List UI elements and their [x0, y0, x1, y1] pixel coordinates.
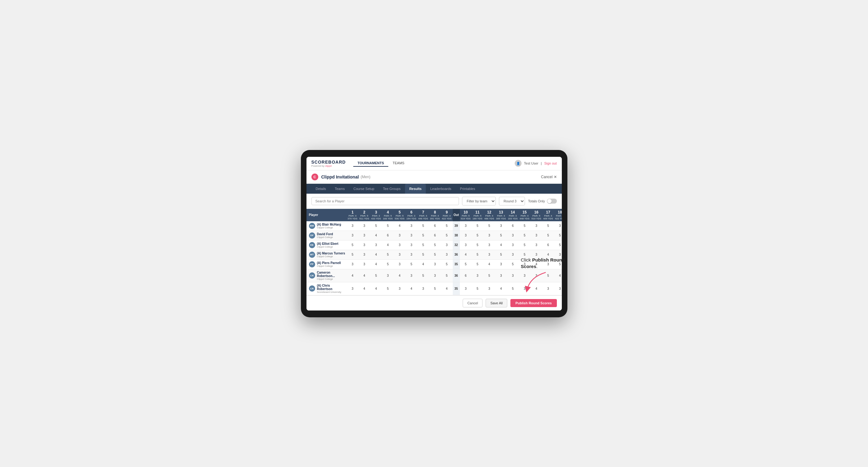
score-hole-14[interactable]: 6 — [507, 221, 519, 231]
score-hole-12[interactable]: 4 — [484, 259, 495, 269]
score-hole-14[interactable]: 5 — [507, 259, 519, 269]
score-hole-7[interactable]: 5 — [417, 269, 429, 282]
tab-results[interactable]: Results — [405, 184, 426, 194]
score-hole-6[interactable]: 3 — [406, 221, 417, 231]
score-hole-11[interactable]: 5 — [472, 221, 484, 231]
score-hole-17[interactable]: 5 — [542, 230, 554, 240]
score-hole-3[interactable]: 5 — [370, 269, 382, 282]
score-hole-7[interactable]: 5 — [417, 240, 429, 250]
score-hole-12[interactable]: 3 — [484, 240, 495, 250]
tab-course-setup[interactable]: Course Setup — [349, 184, 379, 194]
score-hole-14[interactable]: 3 — [507, 250, 519, 259]
tab-leaderboards[interactable]: Leaderboards — [426, 184, 456, 194]
score-hole-9[interactable]: 4 — [441, 282, 453, 295]
score-hole-4[interactable]: 3 — [382, 269, 394, 282]
score-hole-12[interactable]: 5 — [484, 269, 495, 282]
score-hole-9[interactable]: 5 — [441, 259, 453, 269]
score-hole-1[interactable]: 4 — [347, 269, 359, 282]
score-hole-3[interactable]: 4 — [370, 230, 382, 240]
score-hole-6[interactable]: 4 — [406, 282, 417, 295]
score-hole-13[interactable]: 3 — [495, 221, 507, 231]
score-hole-9[interactable]: 5 — [441, 221, 453, 231]
score-hole-17[interactable]: 5 — [542, 221, 554, 231]
score-hole-1[interactable]: 5 — [347, 250, 359, 259]
score-hole-12[interactable]: 3 — [484, 250, 495, 259]
nav-link-tournaments[interactable]: TOURNAMENTS — [353, 160, 388, 167]
score-hole-5[interactable]: 3 — [394, 240, 406, 250]
score-hole-2[interactable]: 3 — [359, 259, 370, 269]
score-hole-4[interactable]: 5 — [382, 282, 394, 295]
totals-only-toggle[interactable] — [547, 199, 557, 204]
score-hole-4[interactable]: 5 — [382, 250, 394, 259]
score-hole-18[interactable]: 5 — [554, 240, 562, 250]
score-hole-16[interactable]: 3 — [530, 240, 542, 250]
score-hole-9[interactable]: 5 — [441, 230, 453, 240]
score-hole-7[interactable]: 5 — [417, 221, 429, 231]
score-hole-5[interactable]: 4 — [394, 221, 406, 231]
score-hole-8[interactable]: 5 — [429, 282, 441, 295]
score-hole-1[interactable]: 3 — [347, 282, 359, 295]
score-hole-8[interactable]: 3 — [429, 259, 441, 269]
tab-tee-groups[interactable]: Tee Groups — [379, 184, 405, 194]
score-hole-9[interactable]: 3 — [441, 240, 453, 250]
score-hole-12[interactable]: 3 — [484, 282, 495, 295]
tab-teams[interactable]: Teams — [330, 184, 349, 194]
search-input[interactable] — [311, 197, 459, 205]
score-hole-3[interactable]: 4 — [370, 282, 382, 295]
score-hole-11[interactable]: 5 — [472, 230, 484, 240]
score-hole-4[interactable]: 5 — [382, 221, 394, 231]
score-hole-8[interactable]: 3 — [429, 269, 441, 282]
score-hole-18[interactable]: 3 — [554, 221, 562, 231]
score-hole-2[interactable]: 3 — [359, 240, 370, 250]
score-hole-13[interactable]: 3 — [495, 269, 507, 282]
score-hole-6[interactable]: 3 — [406, 230, 417, 240]
score-hole-1[interactable]: 3 — [347, 230, 359, 240]
score-hole-4[interactable]: 4 — [382, 240, 394, 250]
score-hole-7[interactable]: 5 — [417, 250, 429, 259]
score-hole-13[interactable]: 5 — [495, 250, 507, 259]
score-hole-3[interactable]: 4 — [370, 259, 382, 269]
score-hole-7[interactable]: 5 — [417, 230, 429, 240]
score-hole-10[interactable]: 3 — [460, 230, 472, 240]
footer-cancel-button[interactable]: Cancel — [463, 299, 483, 307]
score-hole-3[interactable]: 4 — [370, 250, 382, 259]
score-hole-8[interactable]: 5 — [429, 250, 441, 259]
score-hole-15[interactable]: 5 — [519, 240, 530, 250]
score-hole-14[interactable]: 3 — [507, 230, 519, 240]
score-hole-6[interactable]: 3 — [406, 250, 417, 259]
score-hole-14[interactable]: 3 — [507, 269, 519, 282]
score-hole-8[interactable]: 6 — [429, 221, 441, 231]
score-hole-10[interactable]: 3 — [460, 221, 472, 231]
cancel-tournament-btn[interactable]: Cancel ✕ — [541, 175, 557, 179]
score-hole-9[interactable]: 3 — [441, 250, 453, 259]
score-hole-9[interactable]: 5 — [441, 269, 453, 282]
score-hole-13[interactable]: 5 — [495, 230, 507, 240]
score-hole-5[interactable]: 3 — [394, 282, 406, 295]
publish-round-scores-button[interactable]: Publish Round Scores — [510, 299, 557, 307]
save-all-button[interactable]: Save All — [486, 299, 507, 307]
score-hole-5[interactable]: 3 — [394, 230, 406, 240]
score-hole-10[interactable]: 3 — [460, 282, 472, 295]
score-hole-16[interactable]: 3 — [530, 230, 542, 240]
score-hole-1[interactable]: 3 — [347, 221, 359, 231]
score-hole-10[interactable]: 3 — [460, 240, 472, 250]
score-hole-16[interactable]: 3 — [530, 221, 542, 231]
score-hole-3[interactable]: 5 — [370, 221, 382, 231]
tab-details[interactable]: Details — [311, 184, 331, 194]
score-hole-10[interactable]: 5 — [460, 259, 472, 269]
score-hole-6[interactable]: 5 — [406, 259, 417, 269]
score-hole-2[interactable]: 4 — [359, 269, 370, 282]
tab-printables[interactable]: Printables — [456, 184, 479, 194]
score-hole-11[interactable]: 5 — [472, 282, 484, 295]
score-hole-2[interactable]: 4 — [359, 282, 370, 295]
score-hole-7[interactable]: 4 — [417, 259, 429, 269]
score-hole-13[interactable]: 3 — [495, 259, 507, 269]
score-hole-4[interactable]: 6 — [382, 230, 394, 240]
score-hole-8[interactable]: 6 — [429, 230, 441, 240]
score-hole-6[interactable]: 3 — [406, 240, 417, 250]
score-hole-12[interactable]: 3 — [484, 230, 495, 240]
sign-out-link[interactable]: Sign out — [544, 161, 557, 165]
score-hole-1[interactable]: 3 — [347, 259, 359, 269]
score-hole-12[interactable]: 5 — [484, 221, 495, 231]
nav-link-teams[interactable]: TEAMS — [388, 160, 409, 167]
